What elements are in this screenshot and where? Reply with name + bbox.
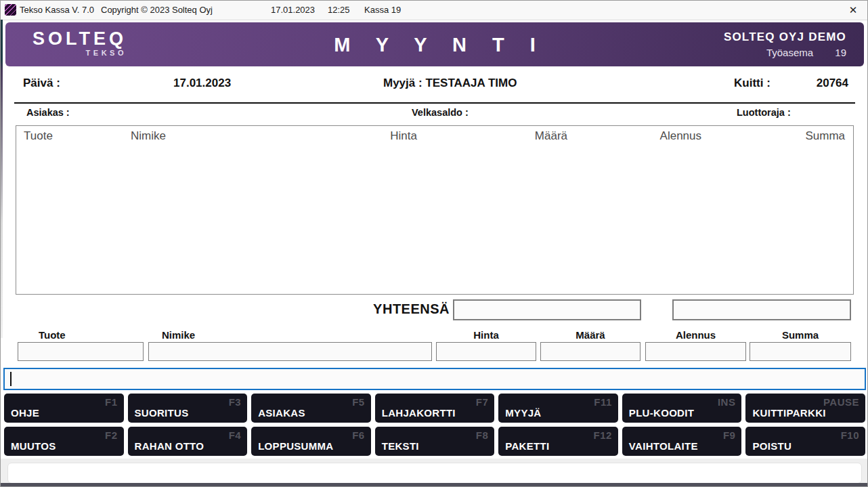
divider-rule bbox=[14, 102, 855, 104]
key-badge-ins: INS bbox=[718, 396, 736, 408]
receipt-number: 20764 bbox=[781, 77, 848, 90]
function-key-grid: F1 OHJE F3 SUORITUS F5 ASIAKAS F7 LAHJAK… bbox=[4, 394, 865, 456]
column-header-tuote: Tuote bbox=[16, 129, 123, 143]
entry-input-summa[interactable] bbox=[750, 342, 851, 361]
table-header-row: Tuote Nimike Hinta Määrä Alennus Summa bbox=[16, 126, 853, 146]
key-badge-pause: PAUSE bbox=[823, 396, 859, 408]
sales-table: Tuote Nimike Hinta Määrä Alennus Summa bbox=[16, 125, 854, 295]
text-cursor bbox=[10, 372, 12, 386]
suoritus-button[interactable]: F3 SUORITUS bbox=[128, 394, 248, 423]
workstation-info: Työasema 19 bbox=[724, 47, 846, 58]
column-header-summa: Summa bbox=[708, 129, 853, 143]
entry-label-tuote: Tuote bbox=[18, 329, 144, 341]
close-icon[interactable]: ✕ bbox=[846, 3, 861, 18]
key-badge-f7: F7 bbox=[476, 396, 489, 408]
key-badge-f11: F11 bbox=[594, 396, 612, 408]
debt-label: Velkasaldo : bbox=[412, 107, 469, 118]
date-label: Päivä : bbox=[23, 77, 60, 90]
workstation-label: Työasema bbox=[766, 47, 813, 58]
date-value: 17.01.2023 bbox=[173, 77, 231, 90]
rahan-otto-button[interactable]: F4 RAHAN OTTO bbox=[128, 427, 248, 456]
column-header-nimike: Nimike bbox=[123, 129, 318, 143]
plu-koodit-button[interactable]: INS PLU-KOODIT bbox=[622, 394, 742, 423]
app-icon bbox=[5, 4, 16, 16]
window-edge bbox=[1, 20, 3, 338]
entry-input-nimike[interactable] bbox=[148, 342, 432, 361]
customer-label: Asiakas : bbox=[26, 107, 70, 118]
key-badge-f8: F8 bbox=[476, 429, 489, 441]
key-badge-f12: F12 bbox=[593, 429, 611, 441]
key-badge-f10: F10 bbox=[841, 429, 859, 441]
copyright-text: Copyright © 2023 Solteq Oyj bbox=[101, 5, 213, 15]
entry-label-nimike: Nimike bbox=[148, 329, 432, 341]
asiakas-button[interactable]: F5 ASIAKAS bbox=[251, 394, 371, 423]
bottom-edge bbox=[1, 483, 867, 486]
column-header-alennus: Alennus bbox=[574, 129, 708, 143]
sales-header-banner: SOLTEQ TEKSO M Y Y N T I SOLTEQ OYJ DEMO… bbox=[5, 22, 864, 66]
kuittiparkki-button[interactable]: PAUSE KUITTIPARKKI bbox=[745, 394, 865, 423]
company-block: SOLTEQ OYJ DEMO Työasema 19 bbox=[724, 30, 846, 58]
titlebar[interactable]: Tekso Kassa V. 7.0 Copyright © 2023 Solt… bbox=[1, 1, 867, 20]
lahjakortti-button[interactable]: F7 LAHJAKORTTI bbox=[375, 394, 495, 423]
window-title: Tekso Kassa V. 7.0 bbox=[20, 5, 94, 15]
key-badge-f5: F5 bbox=[352, 396, 365, 408]
key-badge-f9: F9 bbox=[723, 429, 736, 441]
entry-input-tuote[interactable] bbox=[18, 342, 144, 361]
muutos-button[interactable]: F2 MUUTOS bbox=[4, 427, 124, 456]
total-amount-field bbox=[453, 299, 641, 320]
teksti-button[interactable]: F8 TEKSTI bbox=[375, 427, 495, 456]
entry-label-summa: Summa bbox=[750, 329, 851, 341]
command-input[interactable] bbox=[3, 368, 866, 390]
total-label: YHTEENSÄ bbox=[339, 301, 450, 317]
loppusumma-button[interactable]: F6 LOPPUSUMMA bbox=[251, 427, 371, 456]
entry-input-maara[interactable] bbox=[540, 342, 641, 361]
entry-input-alennus[interactable] bbox=[645, 342, 746, 361]
total-secondary-field bbox=[672, 299, 851, 320]
column-header-hinta: Hinta bbox=[318, 129, 424, 143]
ohje-button[interactable]: F1 OHJE bbox=[4, 394, 124, 423]
table-body-empty bbox=[16, 146, 853, 294]
company-name: SOLTEQ OYJ DEMO bbox=[724, 30, 846, 44]
key-badge-f1: F1 bbox=[105, 396, 118, 408]
status-bar bbox=[7, 463, 862, 484]
key-badge-f2: F2 bbox=[105, 429, 118, 441]
titlebar-time: 12:25 bbox=[328, 5, 350, 15]
key-badge-f3: F3 bbox=[229, 396, 242, 408]
tekso-kassa-window: Tekso Kassa V. 7.0 Copyright © 2023 Solt… bbox=[0, 0, 868, 487]
seller-value: TESTAAJA TIMO bbox=[425, 77, 517, 89]
seller-label: Myyjä : bbox=[383, 77, 422, 89]
register-id: Kassa 19 bbox=[364, 5, 401, 15]
entry-label-maara: Määrä bbox=[540, 329, 641, 341]
credit-label: Luottoraja : bbox=[737, 107, 791, 118]
receipt-label: Kuitti : bbox=[734, 77, 771, 90]
entry-input-hinta[interactable] bbox=[436, 342, 536, 361]
workstation-number: 19 bbox=[835, 47, 846, 58]
titlebar-date: 17.01.2023 bbox=[271, 5, 315, 15]
vaihtolaite-button[interactable]: F9 VAIHTOLAITE bbox=[622, 427, 742, 456]
poistu-button[interactable]: F10 POISTU bbox=[745, 427, 865, 456]
myyja-button[interactable]: F11 MYYJÄ bbox=[498, 394, 618, 423]
column-header-maara: Määrä bbox=[424, 129, 574, 143]
entry-label-alennus: Alennus bbox=[645, 329, 746, 341]
paketti-button[interactable]: F12 PAKETTI bbox=[498, 427, 618, 456]
key-badge-f4: F4 bbox=[229, 429, 242, 441]
seller-info: Myyjä : TESTAAJA TIMO bbox=[383, 77, 517, 90]
entry-label-hinta: Hinta bbox=[436, 329, 536, 341]
key-badge-f6: F6 bbox=[352, 429, 365, 441]
